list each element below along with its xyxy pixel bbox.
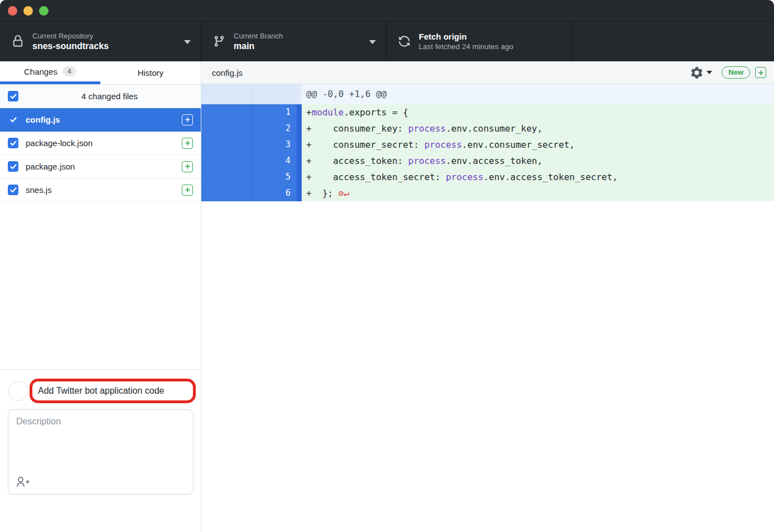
tab-changes[interactable]: Changes 4 [0,61,100,84]
last-fetched-text: Last fetched 24 minutes ago [419,42,514,51]
description-placeholder: Description [16,417,61,427]
added-file-icon [755,67,766,78]
file-row-snes-js[interactable]: snes.js [0,178,201,202]
chevron-down-icon [184,40,191,44]
changes-sidebar: Changes 4 History 4 changed files config… [0,61,201,532]
diff-code-text: + }; ⊘↵ [302,185,774,201]
current-branch-button[interactable]: Current Branch main [201,21,386,61]
close-window-button[interactable] [8,6,17,16]
file-name: package.json [26,162,182,171]
current-branch-value: main [234,41,283,51]
diff-code-text: + access_token_secret: process.env.acces… [302,169,774,185]
chevron-down-icon [707,71,712,74]
changed-file-list: config.js package-lock.json package.json… [0,108,201,202]
select-all-checkbox[interactable] [8,91,18,101]
toolbar: Current Repository snes-soundtracks Curr… [0,21,774,61]
diff-code-text: + access_token: process.env.access_token… [302,153,774,169]
file-name: config.js [26,115,182,124]
diff-code-text: +module.exports = { [302,104,774,120]
zoom-window-button[interactable] [39,6,49,16]
diff-line[interactable]: 5 + access_token_secret: process.env.acc… [201,169,774,185]
commit-summary-input[interactable]: Add Twitter bot application code [32,386,165,396]
chevron-down-icon [369,40,376,44]
changes-count-badge: 4 [62,66,76,76]
diff-code-text: + consumer_key: process.env.consumer_key… [302,120,774,137]
fetch-origin-label: Fetch origin [419,32,514,41]
hunk-header-text: @@ -0,0 +1,6 @@ [302,84,774,104]
diff-line-number: 2 [252,120,297,137]
sidebar-tabs: Changes 4 History [0,61,201,85]
diff-actions: New [691,66,766,79]
current-repository-label: Current Repository [32,32,109,40]
diff-gutter-old [201,120,252,137]
added-status-icon [182,114,193,125]
diff-line[interactable]: 2 + consumer_key: process.env.consumer_k… [201,120,774,137]
diff-content: @@ -0,0 +1,6 @@ 1 +module.exports = { 2 … [201,84,774,201]
current-repository-button[interactable]: Current Repository snes-soundtracks [0,21,201,61]
summary-highlight-annotation: Add Twitter bot application code [30,379,196,403]
added-status-icon [182,161,193,172]
sync-icon [398,35,411,48]
select-all-files-row[interactable]: 4 changed files [0,85,201,108]
lock-icon [11,35,25,48]
file-checkbox[interactable] [8,161,18,172]
diff-gutter-old [201,169,252,185]
diff-gutter-old [201,153,252,169]
minimize-window-button[interactable] [23,6,33,16]
diff-code-text: + consumer_secret: process.env.consumer_… [302,137,774,153]
file-checkbox[interactable] [8,138,18,148]
commit-description-input[interactable]: Description [8,409,194,495]
diff-view: config.js New @@ -0,0 +1,6 @@ [201,61,774,532]
diff-file-title: config.js [212,68,691,78]
diff-line[interactable]: 4 + access_token: process.env.access_tok… [201,153,774,169]
diff-gutter-strip [297,169,302,185]
toolbar-empty-area [572,21,774,61]
diff-gutter-strip [297,153,302,169]
file-name: package-lock.json [26,138,182,148]
current-repository-value: snes-soundtracks [32,41,109,51]
diff-line-number: 6 [252,185,297,201]
diff-gutter-strip [297,120,302,137]
diff-gutter-strip [297,104,302,120]
diff-options-button[interactable] [691,67,712,79]
tab-history-label: History [138,68,164,78]
avatar [8,381,28,401]
new-file-badge: New [722,66,750,79]
diff-lines: 1 +module.exports = { 2 + consumer_key: … [201,104,774,201]
added-status-icon [182,185,193,196]
tab-changes-label: Changes [24,67,57,76]
diff-line-number: 5 [252,169,297,185]
diff-line[interactable]: 3 + consumer_secret: process.env.consume… [201,137,774,153]
diff-line[interactable]: 6 + }; ⊘↵ [201,185,774,201]
add-coauthor-icon[interactable] [15,475,30,489]
fetch-origin-button[interactable]: Fetch origin Last fetched 24 minutes ago [386,21,572,61]
diff-gutter-old [201,137,252,153]
diff-gutter-strip [297,137,302,153]
diff-line-number: 3 [252,137,297,153]
changed-files-count-label: 4 changed files [18,91,201,101]
file-row-package-json[interactable]: package.json [0,155,201,178]
current-branch-label: Current Branch [234,32,283,40]
diff-line-number: 4 [252,153,297,169]
tab-history[interactable]: History [100,61,201,84]
gear-icon [691,67,703,79]
diff-gutter-old [201,104,252,120]
added-status-icon [182,138,193,149]
titlebar [0,0,774,21]
hunk-header-row: @@ -0,0 +1,6 @@ [201,84,774,104]
commit-panel: Add Twitter bot application code Descrip… [0,369,201,532]
diff-line[interactable]: 1 +module.exports = { [201,104,774,120]
file-name: snes.js [26,185,182,195]
diff-line-number: 1 [252,104,297,120]
diff-file-header: config.js New [201,61,774,84]
file-checkbox[interactable] [8,114,18,125]
diff-gutter-strip [297,185,302,201]
diff-gutter-old [201,185,252,201]
git-branch-icon [212,35,226,48]
file-row-config-js[interactable]: config.js [0,108,201,132]
github-desktop-window: Current Repository snes-soundtracks Curr… [0,0,774,532]
file-checkbox[interactable] [8,185,18,195]
file-row-package-lock-json[interactable]: package-lock.json [0,132,201,155]
